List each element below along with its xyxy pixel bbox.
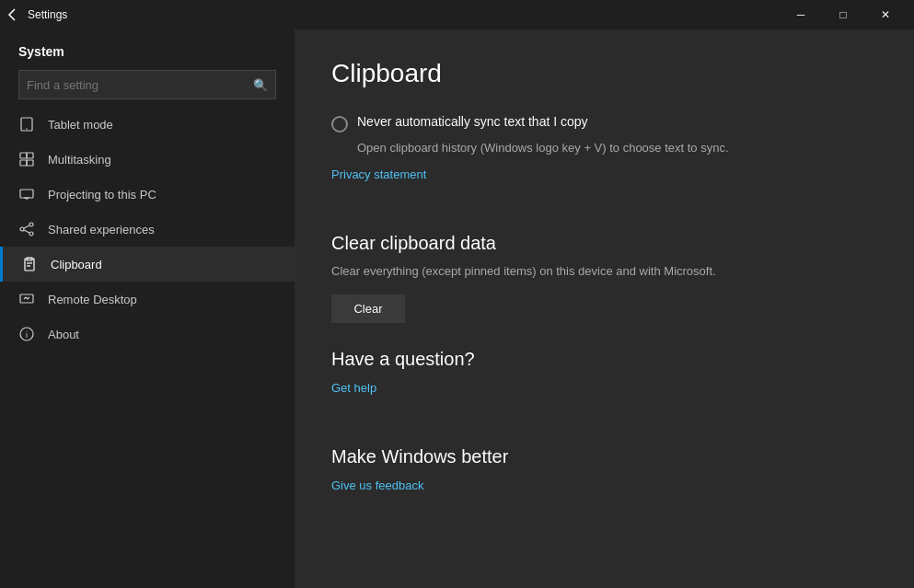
radio-option-row: Never automatically sync text that I cop… [331, 114, 877, 133]
sidebar-label-clipboard: Clipboard [51, 258, 102, 271]
titlebar-title: Settings [28, 8, 780, 21]
clear-button[interactable]: Clear [331, 294, 405, 323]
content-area: Clipboard Never automatically sync text … [295, 29, 914, 588]
svg-rect-2 [20, 153, 27, 158]
clear-section-desc: Clear everything (except pinned items) o… [331, 263, 877, 280]
sidebar-item-remote[interactable]: Remote Desktop [0, 282, 295, 317]
svg-text:i: i [26, 330, 28, 340]
radio-button[interactable] [331, 116, 348, 133]
sidebar-label-projecting: Projecting to this PC [48, 188, 156, 202]
share-icon [18, 221, 35, 237]
titlebar: Settings ─ □ ✕ [0, 0, 914, 29]
sidebar-header: System 🔍 [0, 29, 295, 107]
privacy-statement-link[interactable]: Privacy statement [331, 167, 426, 181]
minimize-button[interactable]: ─ [780, 0, 822, 29]
sidebar: System 🔍 Tablet mode Multitasking Projec… [0, 29, 295, 588]
sidebar-item-projecting[interactable]: Projecting to this PC [0, 177, 295, 212]
help-section-title: Have a question? [331, 349, 877, 370]
search-icon: 🔍 [253, 78, 268, 92]
get-help-link[interactable]: Get help [331, 381, 376, 395]
sidebar-label-shared: Shared experiences [48, 223, 155, 236]
feedback-section-title: Make Windows better [331, 446, 877, 467]
window-controls: ─ □ ✕ [780, 0, 907, 29]
app-body: System 🔍 Tablet mode Multitasking Projec… [0, 29, 914, 588]
svg-point-9 [29, 223, 33, 226]
multitask-icon [18, 151, 35, 167]
maximize-button[interactable]: □ [822, 0, 864, 29]
radio-option-desc: Open clipboard history (Windows logo key… [357, 140, 877, 156]
sidebar-label-tablet-mode: Tablet mode [48, 118, 113, 132]
radio-option-label: Never automatically sync text that I cop… [357, 114, 588, 129]
close-button[interactable]: ✕ [864, 0, 907, 29]
sidebar-item-tablet-mode[interactable]: Tablet mode [0, 107, 295, 142]
back-button[interactable] [7, 8, 17, 21]
svg-point-11 [29, 232, 33, 236]
remote-icon [18, 291, 35, 307]
sidebar-label-about: About [48, 328, 79, 341]
svg-rect-3 [27, 153, 33, 158]
svg-line-13 [24, 230, 29, 233]
search-box[interactable]: 🔍 [18, 70, 276, 99]
clear-section-title: Clear clipboard data [331, 233, 877, 254]
sidebar-item-multitasking[interactable]: Multitasking [0, 142, 295, 177]
sidebar-item-clipboard[interactable]: Clipboard [0, 247, 295, 282]
svg-rect-6 [20, 190, 33, 198]
search-input[interactable] [27, 78, 253, 92]
give-feedback-link[interactable]: Give us feedback [331, 478, 423, 492]
page-title: Clipboard [331, 59, 877, 88]
sidebar-item-about[interactable]: i About [0, 317, 295, 352]
svg-line-12 [24, 225, 29, 228]
svg-rect-4 [20, 160, 27, 166]
tablet-icon [18, 116, 35, 133]
sidebar-label-remote: Remote Desktop [48, 293, 137, 306]
svg-rect-5 [27, 160, 33, 166]
sidebar-item-shared[interactable]: Shared experiences [0, 212, 295, 247]
sidebar-label-multitasking: Multitasking [48, 153, 111, 167]
system-label: System [18, 44, 276, 59]
project-icon [18, 186, 35, 202]
about-icon: i [18, 326, 35, 342]
clipboard-icon [21, 256, 38, 272]
svg-point-10 [20, 227, 24, 231]
